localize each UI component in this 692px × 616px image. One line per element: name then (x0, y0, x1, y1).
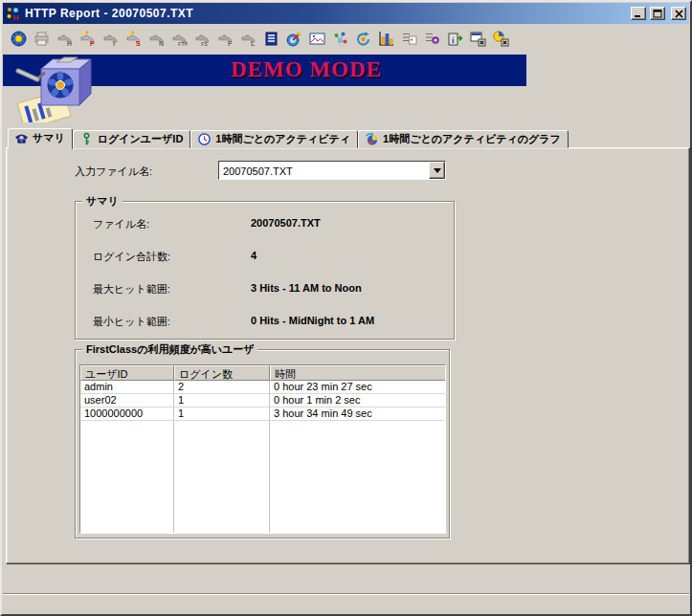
summary-row: 最大ヒット範囲: 3 Hits - 11 AM to Noon (76, 282, 454, 297)
table-row[interactable]: user02 1 0 hour 1 min 2 sec (80, 394, 445, 407)
summary-tab-page: 入力ファイル名: サマリ ファイル名: 20070507.TXT ログイン合計数… (6, 147, 690, 564)
clock-icon (197, 132, 212, 146)
fs-log-icon[interactable]: FS (193, 30, 212, 48)
s-log-icon[interactable]: S (124, 30, 143, 48)
close-icon (675, 10, 683, 18)
table-empty-area (80, 421, 445, 533)
minimize-button[interactable] (631, 7, 646, 20)
svg-text:FTP: FTP (178, 41, 188, 47)
export-info-icon[interactable]: i (446, 30, 464, 48)
cell-user-id: admin (80, 381, 174, 394)
tab-hourly-activity-graph[interactable]: 1時間ごとのアクティビティのグラフ (358, 130, 569, 148)
cell-login-count: 2 (174, 381, 270, 394)
pie-graph-icon (365, 132, 379, 146)
cell-user-id: user02 (80, 394, 174, 407)
top-users-groupbox-title: FirstClassの利用頻度が高いユーザ (82, 342, 257, 356)
svg-text:N: N (159, 40, 164, 47)
f-log-icon[interactable]: F (216, 30, 234, 48)
cell-login-count: 1 (174, 394, 270, 407)
minimize-icon (634, 10, 643, 18)
print-icon[interactable] (33, 30, 51, 48)
cell-time: 0 hour 23 min 27 sec (270, 381, 445, 394)
dart-icon[interactable] (285, 30, 303, 48)
tab-hourly-activity[interactable]: 1時間ごとのアクティビティ (190, 130, 358, 148)
list-chart-icon[interactable] (423, 30, 441, 48)
svg-text:H: H (13, 13, 19, 21)
cell-user-id: 1000000000 (80, 407, 174, 421)
summary-label: ファイル名: (93, 217, 149, 231)
window-close-icon[interactable] (469, 30, 487, 48)
empty-cell (174, 421, 270, 533)
column-header-time[interactable]: 時間 (270, 365, 445, 381)
molecule-icon[interactable] (331, 30, 349, 48)
bar-chart-icon[interactable] (377, 30, 395, 48)
i-log-icon[interactable]: I (101, 30, 120, 48)
summary-value: 3 Hits - 11 AM to Noon (251, 282, 362, 294)
top-users-groupbox: FirstClassの利用頻度が高いユーザ ユーザID ログイン数 時間 adm… (75, 349, 450, 539)
svg-text:F: F (228, 40, 233, 47)
chart-close-icon[interactable] (492, 30, 510, 48)
tab-label: サマリ (33, 131, 65, 145)
empty-cell (80, 421, 174, 533)
refresh-icon[interactable] (354, 30, 372, 48)
tab-summary[interactable]: サマリ (8, 128, 73, 149)
table-header: ユーザID ログイン数 時間 (80, 365, 445, 381)
app-window: H HTTP Report - 20070507.TXT HPISNFTPFSF… (0, 0, 692, 616)
combo-dropdown-button[interactable] (429, 162, 445, 179)
window-title: HTTP Report - 20070507.TXT (25, 7, 193, 20)
close-button[interactable] (671, 7, 686, 20)
tab-login-user-id[interactable]: ログインユーザID (73, 130, 191, 148)
empty-cell (270, 421, 445, 533)
svg-text:I: I (113, 40, 115, 47)
chevron-down-icon (434, 168, 441, 173)
list-star-icon[interactable]: * (400, 30, 418, 48)
tab-label: 1時間ごとのアクティビティのグラフ (383, 132, 561, 146)
http-log-icon[interactable]: H (56, 30, 74, 48)
summary-row: 最小ヒット範囲: 0 Hits - MidNight to 1 AM (76, 315, 454, 329)
svg-text:L: L (251, 40, 256, 47)
summary-groupbox-title: サマリ (82, 194, 123, 208)
p-log-icon[interactable]: P (78, 30, 97, 48)
maximize-button[interactable] (650, 7, 665, 20)
cell-time: 0 hour 1 min 2 sec (270, 394, 445, 407)
ledger-icon[interactable] (262, 30, 280, 48)
summary-label: ログイン合計数: (93, 250, 170, 264)
app-logo (9, 55, 103, 122)
report-wizard-icon[interactable] (10, 30, 28, 48)
cell-login-count: 1 (174, 407, 270, 421)
ftp-log-icon[interactable]: FTP (170, 30, 189, 48)
l-log-icon[interactable]: L (239, 30, 257, 48)
svg-text:P: P (90, 40, 95, 47)
summary-value: 20070507.TXT (251, 217, 321, 229)
summary-label: 最大ヒット範囲: (93, 282, 170, 297)
column-header-user-id[interactable]: ユーザID (80, 365, 174, 381)
svg-text:S: S (136, 40, 141, 47)
tab-label: ログインユーザID (98, 132, 184, 146)
summary-value: 4 (251, 250, 257, 261)
demo-mode-text: DEMO MODE (231, 57, 382, 82)
summary-groupbox: サマリ ファイル名: 20070507.TXT ログイン合計数: 4 最大ヒット… (75, 201, 455, 340)
input-file-value[interactable] (219, 162, 429, 179)
summary-value: 0 Hits - MidNight to 1 AM (251, 315, 374, 326)
column-header-login-count[interactable]: ログイン数 (174, 365, 270, 381)
summary-row: ログイン合計数: 4 (76, 250, 454, 264)
image-icon[interactable] (308, 30, 326, 48)
table-row[interactable]: 1000000000 1 3 hour 34 min 49 sec (80, 407, 445, 421)
table-row[interactable]: admin 2 0 hour 23 min 27 sec (80, 381, 445, 394)
summary-label: 最小ヒット範囲: (93, 315, 170, 329)
app-icon: H (6, 6, 21, 21)
tab-label: 1時間ごとのアクティビティ (215, 132, 350, 146)
cell-time: 3 hour 34 min 49 sec (270, 407, 445, 421)
titlebar[interactable]: H HTTP Report - 20070507.TXT (3, 3, 689, 24)
tab-bar: サマリ ログインユーザID 1時間ごとのアクティビティ 1時間ごとのアクティビテ… (8, 127, 569, 148)
input-file-combobox[interactable] (218, 161, 446, 180)
n-log-icon[interactable]: N (147, 30, 166, 48)
status-bar (3, 595, 689, 614)
phone-icon (14, 131, 29, 145)
key-icon (79, 132, 94, 146)
maximize-icon (653, 10, 662, 18)
summary-row: ファイル名: 20070507.TXT (76, 217, 454, 231)
svg-text:H: H (67, 40, 72, 47)
input-file-label: 入力ファイル名: (75, 165, 152, 179)
toolbar: HPISNFTPFSFL*i (3, 25, 689, 53)
